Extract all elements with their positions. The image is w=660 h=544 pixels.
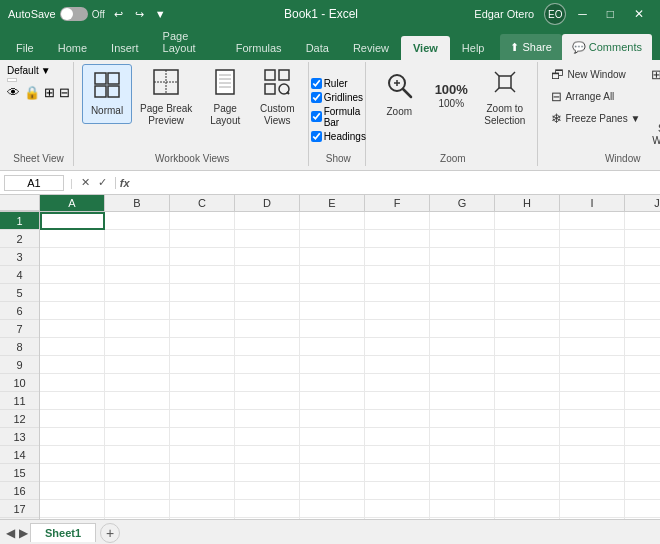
view-icon-4[interactable]: ⊟ (59, 85, 70, 100)
cell-b10[interactable] (105, 374, 170, 392)
cell-g16[interactable] (430, 482, 495, 500)
cell-a14[interactable] (40, 446, 105, 464)
headings-check[interactable] (311, 131, 322, 142)
cell-b6[interactable] (105, 302, 170, 320)
cell-f16[interactable] (365, 482, 430, 500)
cell-g3[interactable] (430, 248, 495, 266)
cell-g6[interactable] (430, 302, 495, 320)
cell-c2[interactable] (170, 230, 235, 248)
row-num-5[interactable]: 5 (0, 284, 39, 302)
new-window-button[interactable]: 🗗 New Window (546, 64, 645, 85)
cell-j17[interactable] (625, 500, 660, 518)
autosave-toggle[interactable]: AutoSave Off (8, 7, 105, 21)
cell-j9[interactable] (625, 356, 660, 374)
view-icon-3[interactable]: ⊞ (44, 85, 55, 100)
cell-i4[interactable] (560, 266, 625, 284)
cell-a15[interactable] (40, 464, 105, 482)
tab-formulas[interactable]: Formulas (224, 36, 294, 60)
cell-h1[interactable] (495, 212, 560, 230)
col-header-a[interactable]: A (40, 195, 105, 211)
cell-g14[interactable] (430, 446, 495, 464)
cell-c6[interactable] (170, 302, 235, 320)
cell-f6[interactable] (365, 302, 430, 320)
formula-bar-check[interactable] (311, 111, 322, 122)
col-header-g[interactable]: G (430, 195, 495, 211)
cell-d18[interactable] (235, 518, 300, 519)
cell-j13[interactable] (625, 428, 660, 446)
cell-a2[interactable] (40, 230, 105, 248)
cell-h12[interactable] (495, 410, 560, 428)
tab-data[interactable]: Data (294, 36, 341, 60)
cell-b8[interactable] (105, 338, 170, 356)
cell-b9[interactable] (105, 356, 170, 374)
row-num-4[interactable]: 4 (0, 266, 39, 284)
cancel-icon[interactable]: ✕ (79, 176, 92, 189)
col-header-f[interactable]: F (365, 195, 430, 211)
cell-e17[interactable] (300, 500, 365, 518)
share-tab[interactable]: ⬆ Share (500, 34, 561, 60)
row-num-10[interactable]: 10 (0, 374, 39, 392)
cell-g8[interactable] (430, 338, 495, 356)
cell-g2[interactable] (430, 230, 495, 248)
cell-a1[interactable] (40, 212, 105, 230)
cell-d14[interactable] (235, 446, 300, 464)
cell-h16[interactable] (495, 482, 560, 500)
quick-access-more[interactable]: ▼ (153, 8, 168, 20)
cell-g4[interactable] (430, 266, 495, 284)
cell-b15[interactable] (105, 464, 170, 482)
cell-h5[interactable] (495, 284, 560, 302)
col-header-i[interactable]: I (560, 195, 625, 211)
cell-c4[interactable] (170, 266, 235, 284)
cell-a10[interactable] (40, 374, 105, 392)
cell-b1[interactable] (105, 212, 170, 230)
cell-a18[interactable] (40, 518, 105, 519)
col-header-e[interactable]: E (300, 195, 365, 211)
cell-c3[interactable] (170, 248, 235, 266)
cell-a12[interactable] (40, 410, 105, 428)
cell-i2[interactable] (560, 230, 625, 248)
cell-h14[interactable] (495, 446, 560, 464)
row-num-2[interactable]: 2 (0, 230, 39, 248)
cell-c13[interactable] (170, 428, 235, 446)
cell-c5[interactable] (170, 284, 235, 302)
cell-i9[interactable] (560, 356, 625, 374)
cell-g13[interactable] (430, 428, 495, 446)
cell-i10[interactable] (560, 374, 625, 392)
page-break-preview-button[interactable]: Page BreakPreview (134, 64, 198, 131)
cell-b16[interactable] (105, 482, 170, 500)
cell-a3[interactable] (40, 248, 105, 266)
row-num-3[interactable]: 3 (0, 248, 39, 266)
switch-windows-button[interactable]: SwitchWindows (646, 86, 660, 151)
cell-e5[interactable] (300, 284, 365, 302)
cell-h18[interactable] (495, 518, 560, 519)
split-button[interactable]: ⊞ (646, 64, 660, 85)
tab-home[interactable]: Home (46, 36, 99, 60)
cell-i16[interactable] (560, 482, 625, 500)
cell-h17[interactable] (495, 500, 560, 518)
cell-j1[interactable] (625, 212, 660, 230)
user-avatar[interactable]: EO (544, 3, 566, 25)
restore-button[interactable]: □ (599, 5, 622, 23)
cell-g11[interactable] (430, 392, 495, 410)
cell-c12[interactable] (170, 410, 235, 428)
formula-bar-checkbox[interactable]: Formula Bar (311, 106, 366, 128)
cell-f2[interactable] (365, 230, 430, 248)
cell-f3[interactable] (365, 248, 430, 266)
cell-e18[interactable] (300, 518, 365, 519)
cell-f8[interactable] (365, 338, 430, 356)
formula-input[interactable] (138, 177, 656, 189)
sheet-tab-sheet1[interactable]: Sheet1 (30, 523, 96, 542)
cell-i8[interactable] (560, 338, 625, 356)
cell-f12[interactable] (365, 410, 430, 428)
cell-f4[interactable] (365, 266, 430, 284)
cell-c18[interactable] (170, 518, 235, 519)
cell-f18[interactable] (365, 518, 430, 519)
zoom100-button[interactable]: 100% 100% (426, 64, 476, 124)
ruler-check[interactable] (311, 78, 322, 89)
tab-page-layout[interactable]: Page Layout (151, 24, 224, 60)
row-num-18[interactable]: 18 (0, 518, 39, 519)
cell-g10[interactable] (430, 374, 495, 392)
cell-c16[interactable] (170, 482, 235, 500)
cell-c9[interactable] (170, 356, 235, 374)
cell-h3[interactable] (495, 248, 560, 266)
